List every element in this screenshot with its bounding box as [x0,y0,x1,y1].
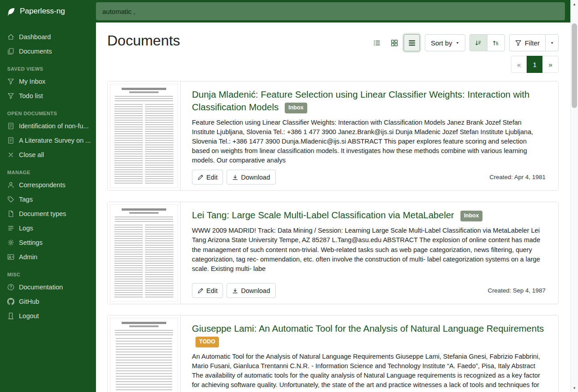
sidebar-item-close-all[interactable]: Close all [0,148,96,162]
document-heading: Giuseppe Lami: An Automatic Tool for the… [192,322,546,347]
sort-ascending-button[interactable] [487,34,505,51]
sort-descending-button[interactable] [469,34,487,51]
download-icon [232,288,238,294]
manage-section-title: MANAGE [0,162,96,178]
thumbnail-preview [110,84,178,188]
details-view-button[interactable] [404,34,420,51]
sidebar-item-my-inbox[interactable]: My Inbox [0,74,96,89]
file-text-icon [7,122,14,130]
list-view-button[interactable] [369,34,385,51]
saved-views-section-title: SAVED VIEWS [0,59,96,74]
document-excerpt: Feature Selection using Linear Classifie… [192,118,546,166]
document-thumbnail[interactable] [108,202,181,304]
open-documents-section-title: OPEN DOCUMENTS [0,103,96,119]
person-card-icon [7,253,14,261]
grid-view-icon [391,39,398,47]
funnel-icon [515,40,522,46]
download-button[interactable]: Download [227,170,276,185]
caret-down-icon [455,41,460,45]
sidebar-item-label: Logs [19,225,33,232]
sidebar-item-label: GitHub [19,298,39,305]
details-view-icon [408,39,416,47]
sidebar-item-dashboard[interactable]: Dashboard [0,30,96,44]
question-circle-icon [7,284,14,291]
sidebar-item-todo-list[interactable]: Todo list [0,89,96,103]
sidebar: Dashboard Documents SAVED VIEWS My Inbox… [0,23,96,392]
edit-button[interactable]: Edit [192,283,223,298]
sidebar-item-admin[interactable]: Admin [0,250,96,264]
sidebar-item-tags[interactable]: Tags [0,192,96,207]
page-title: Documents [107,32,180,49]
sidebar-item-logs[interactable]: Logs [0,221,96,235]
file-icon [7,210,14,217]
created-date: Created: Sep 4, 1987 [488,287,546,294]
edit-button[interactable]: Edit [192,170,223,185]
sidebar-item-correspondents[interactable]: Correspondents [0,178,96,192]
document-title-link[interactable]: Giuseppe Lami: An Automatic Tool for the… [192,323,544,333]
sidebar-item-github[interactable]: GitHub [0,294,96,309]
sort-descending-icon [475,40,482,46]
sidebar-item-label: Dashboard [19,33,51,41]
tag-badge[interactable]: Inbox [460,211,482,221]
document-title-link[interactable]: Lei Tang: Large Scale Multi-Label Classi… [192,210,454,220]
close-icon [7,151,14,158]
sidebar-item-label: Admin [19,253,37,261]
created-date: Created: Apr 4, 1981 [489,174,546,180]
grid-view-button[interactable] [386,34,402,51]
document-excerpt: An Automatic Tool for the Analysis of Na… [192,352,546,392]
sort-ascending-icon [492,40,499,46]
pagination-next-button[interactable]: » [542,56,559,73]
documents-page: Documents Sort by Filter [96,23,570,392]
vertical-scrollbar[interactable]: ▲ ▼ [570,0,578,392]
filter-button[interactable]: Filter [509,34,546,51]
scrollbar-down-arrow-icon[interactable]: ▼ [571,384,578,392]
scrollbar-up-arrow-icon[interactable]: ▲ [571,0,578,8]
sidebar-item-logout[interactable]: Logout [0,309,96,323]
download-button[interactable]: Download [227,283,276,298]
download-label: Download [241,174,270,181]
pagination-page-1-button[interactable]: 1 [527,56,543,73]
sidebar-item-label: Logout [19,312,39,320]
document-thumbnail[interactable] [108,81,181,190]
sidebar-item-documents[interactable]: Documents [0,44,96,59]
edit-label: Edit [206,174,218,181]
misc-section-title: MISC [0,264,96,280]
funnel-icon [7,78,14,85]
document-card: Dunja Mladenić: Feature Selection using … [107,81,559,191]
file-text-icon [7,137,14,144]
sidebar-item-label: Close all [19,151,44,158]
sidebar-open-document-2[interactable]: A Literature Survey on ... [0,133,96,148]
github-icon [7,298,14,305]
sort-by-dropdown[interactable]: Sort by [425,34,465,51]
door-icon [7,312,14,320]
filter-label: Filter [525,39,540,47]
pagination-prev-button[interactable]: « [511,56,527,73]
sidebar-item-documentation[interactable]: Documentation [0,280,96,294]
filter-dropdown-toggle[interactable] [545,34,559,51]
sort-by-label: Sort by [431,39,452,47]
tag-badge[interactable]: TODO [196,337,219,347]
thumbnail-preview [110,204,178,302]
sidebar-open-document-1[interactable]: Identification of non-fu... [0,119,96,133]
sidebar-item-label: Document types [19,210,66,217]
sidebar-item-label: A Literature Survey on ... [19,137,91,144]
download-label: Download [241,287,270,294]
document-card: Lei Tang: Large Scale Multi-Label Classi… [107,202,559,304]
document-thumbnail[interactable] [108,315,181,392]
sidebar-item-settings[interactable]: Settings [0,235,96,250]
document-card: Giuseppe Lami: An Automatic Tool for the… [107,315,559,392]
document-title-link[interactable]: Dunja Mladenić: Feature Selection using … [192,89,529,112]
app-brand[interactable]: Paperless-ng [0,7,96,16]
documents-toolbar: Sort by Filter [369,34,559,51]
list-icon [7,225,14,232]
sidebar-item-label: Documentation [19,284,63,291]
sidebar-item-document-types[interactable]: Document types [0,207,96,221]
pagination-next-label: » [549,61,552,68]
pencil-icon [197,174,204,180]
edit-label: Edit [206,287,218,294]
scrollbar-thumb[interactable] [572,23,577,108]
sidebar-item-label: Todo list [19,92,43,99]
paperless-leaf-logo-icon [6,7,16,16]
search-input[interactable] [96,2,565,20]
tag-badge[interactable]: Inbox [285,103,307,113]
